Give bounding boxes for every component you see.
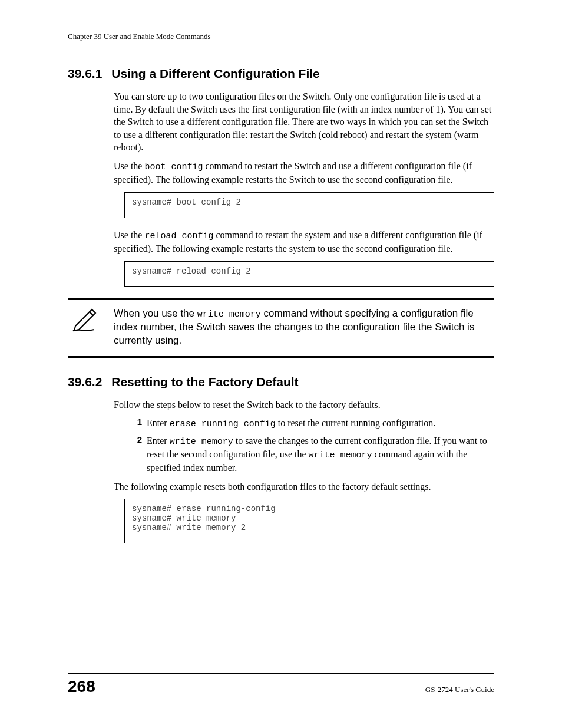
page-header: Chapter 39 User and Enable Mode Commands xyxy=(68,32,494,44)
note-callout: When you use the write memory command wi… xyxy=(68,298,494,358)
inline-code: reload config xyxy=(144,231,213,241)
section-title: Using a Different Configuration File xyxy=(111,67,320,80)
section-number: 39.6.2 xyxy=(68,375,102,388)
note-pen-icon xyxy=(68,307,104,332)
ordered-list: 1 Enter erase running config to reset th… xyxy=(129,417,494,474)
section-title: Resetting to the Factory Default xyxy=(111,375,298,388)
inline-code: erase running config xyxy=(170,419,276,429)
list-text: Enter erase running config to reset the … xyxy=(147,417,435,430)
guide-name: GS-2724 User's Guide xyxy=(425,685,494,694)
text: Enter xyxy=(147,436,170,446)
section-number: 39.6.1 xyxy=(68,67,102,80)
inline-code: write memory xyxy=(309,450,372,460)
note-text: When you use the write memory command wi… xyxy=(114,307,494,348)
list-item: 2 Enter write memory to save the changes… xyxy=(129,434,494,475)
paragraph: The following example resets both config… xyxy=(114,480,494,493)
list-item: 1 Enter erase running config to reset th… xyxy=(129,417,494,430)
text: When you use the xyxy=(114,308,197,319)
text: to reset the current running configurati… xyxy=(276,418,435,428)
code-example: sysname# erase running-config sysname# w… xyxy=(124,499,494,543)
paragraph: Use the reload config command to restart… xyxy=(114,229,494,255)
text: Enter xyxy=(147,418,170,428)
text: Use the xyxy=(114,161,144,171)
inline-code: boot config xyxy=(144,162,203,172)
code-example: sysname# boot config 2 xyxy=(124,192,494,218)
section-heading-39-6-1: 39.6.1 Using a Different Configuration F… xyxy=(68,67,494,81)
inline-code: write memory xyxy=(170,437,233,447)
paragraph: You can store up to two configuration fi… xyxy=(114,90,494,154)
list-marker: 2 xyxy=(129,434,142,475)
page-footer: 268 GS-2724 User's Guide xyxy=(68,673,494,696)
inline-code: write memory xyxy=(197,309,261,319)
list-text: Enter write memory to save the changes t… xyxy=(147,434,494,475)
list-marker: 1 xyxy=(129,417,142,430)
page-number: 268 xyxy=(68,677,95,696)
code-example: sysname# reload config 2 xyxy=(124,261,494,287)
text: Use the xyxy=(114,230,144,240)
paragraph: Use the boot config command to restart t… xyxy=(114,160,494,186)
paragraph: Follow the steps below to reset the Swit… xyxy=(114,398,494,411)
section-heading-39-6-2: 39.6.2 Resetting to the Factory Default xyxy=(68,375,494,389)
